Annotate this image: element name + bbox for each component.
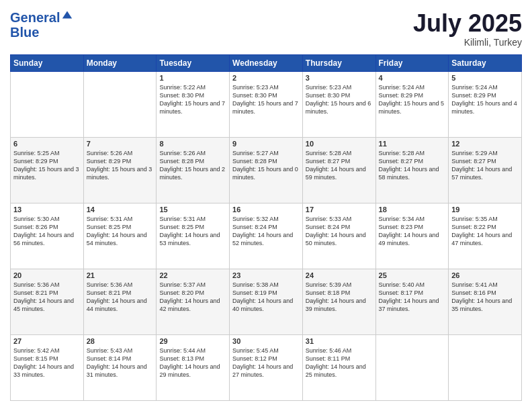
cell-content: Sunrise: 5:34 AM Sunset: 8:23 PM Dayligh…: [379, 215, 446, 248]
table-row: 6Sunrise: 5:25 AM Sunset: 8:29 PM Daylig…: [11, 137, 84, 203]
day-number: 10: [306, 140, 373, 148]
table-row: 2Sunrise: 5:23 AM Sunset: 8:30 PM Daylig…: [230, 71, 303, 137]
cell-content: Sunrise: 5:27 AM Sunset: 8:28 PM Dayligh…: [232, 149, 300, 182]
table-row: 29Sunrise: 5:44 AM Sunset: 8:13 PM Dayli…: [157, 334, 230, 400]
logo: General Blue: [10, 10, 73, 40]
cell-content: Sunrise: 5:46 AM Sunset: 8:11 PM Dayligh…: [306, 347, 373, 379]
title-section: July 2025 Kilimli, Turkey: [413, 10, 522, 48]
table-row: 24Sunrise: 5:39 AM Sunset: 8:18 PM Dayli…: [302, 269, 375, 334]
day-number: 31: [306, 337, 373, 345]
logo-icon: [61, 9, 73, 21]
cell-content: Sunrise: 5:42 AM Sunset: 8:15 PM Dayligh…: [13, 347, 81, 379]
cell-content: Sunrise: 5:41 AM Sunset: 8:16 PM Dayligh…: [451, 281, 519, 314]
day-number: 16: [232, 205, 300, 214]
cell-content: Sunrise: 5:28 AM Sunset: 8:27 PM Dayligh…: [379, 149, 446, 182]
table-row: 21Sunrise: 5:36 AM Sunset: 8:21 PM Dayli…: [83, 269, 157, 334]
header-monday: Monday: [83, 54, 157, 71]
cell-content: Sunrise: 5:35 AM Sunset: 8:22 PM Dayligh…: [451, 215, 519, 248]
cell-content: Sunrise: 5:31 AM Sunset: 8:25 PM Dayligh…: [87, 215, 154, 248]
cell-content: Sunrise: 5:36 AM Sunset: 8:21 PM Dayligh…: [13, 281, 81, 314]
cell-content: Sunrise: 5:37 AM Sunset: 8:20 PM Dayligh…: [159, 281, 226, 314]
month-title: July 2025: [413, 10, 522, 37]
cell-content: Sunrise: 5:45 AM Sunset: 8:12 PM Dayligh…: [232, 347, 300, 379]
header: General Blue July 2025 Kilimli, Turkey: [10, 10, 522, 48]
table-row: 14Sunrise: 5:31 AM Sunset: 8:25 PM Dayli…: [83, 203, 157, 269]
table-row: 17Sunrise: 5:33 AM Sunset: 8:24 PM Dayli…: [302, 203, 375, 269]
location: Kilimli, Turkey: [413, 37, 522, 48]
day-number: 22: [159, 271, 226, 279]
table-row: 8Sunrise: 5:26 AM Sunset: 8:28 PM Daylig…: [157, 137, 230, 203]
table-row: 4Sunrise: 5:24 AM Sunset: 8:29 PM Daylig…: [375, 71, 449, 137]
day-number: 17: [306, 205, 373, 214]
logo-text-line2: Blue: [10, 25, 73, 40]
cell-content: Sunrise: 5:22 AM Sunset: 8:30 PM Dayligh…: [159, 83, 226, 116]
cell-content: Sunrise: 5:43 AM Sunset: 8:14 PM Dayligh…: [87, 347, 154, 379]
table-row: 28Sunrise: 5:43 AM Sunset: 8:14 PM Dayli…: [83, 334, 157, 400]
day-number: 27: [13, 337, 81, 345]
day-number: 18: [379, 205, 446, 214]
table-row: 7Sunrise: 5:26 AM Sunset: 8:29 PM Daylig…: [83, 137, 157, 203]
day-number: 21: [87, 271, 154, 279]
table-row: 26Sunrise: 5:41 AM Sunset: 8:16 PM Dayli…: [449, 269, 522, 334]
header-tuesday: Tuesday: [157, 54, 230, 71]
page: General Blue July 2025 Kilimli, Turkey S…: [0, 0, 532, 411]
cell-content: Sunrise: 5:28 AM Sunset: 8:27 PM Dayligh…: [306, 149, 373, 182]
header-thursday: Thursday: [302, 54, 375, 71]
week-row-4: 27Sunrise: 5:42 AM Sunset: 8:15 PM Dayli…: [11, 334, 522, 400]
cell-content: Sunrise: 5:23 AM Sunset: 8:30 PM Dayligh…: [306, 83, 373, 116]
day-number: 11: [379, 140, 446, 148]
day-number: 20: [13, 271, 81, 279]
header-sunday: Sunday: [11, 54, 84, 71]
logo-text-line1: General: [10, 10, 60, 25]
cell-content: Sunrise: 5:36 AM Sunset: 8:21 PM Dayligh…: [87, 281, 154, 314]
day-number: 26: [451, 271, 519, 279]
table-row: [83, 71, 157, 137]
table-row: 15Sunrise: 5:31 AM Sunset: 8:25 PM Dayli…: [157, 203, 230, 269]
day-number: 4: [379, 74, 446, 82]
table-row: 23Sunrise: 5:38 AM Sunset: 8:19 PM Dayli…: [230, 269, 303, 334]
table-row: [375, 334, 449, 400]
calendar-header-row: Sunday Monday Tuesday Wednesday Thursday…: [11, 54, 522, 71]
table-row: 16Sunrise: 5:32 AM Sunset: 8:24 PM Dayli…: [230, 203, 303, 269]
table-row: 12Sunrise: 5:29 AM Sunset: 8:27 PM Dayli…: [449, 137, 522, 203]
cell-content: Sunrise: 5:40 AM Sunset: 8:17 PM Dayligh…: [379, 281, 446, 314]
table-row: 11Sunrise: 5:28 AM Sunset: 8:27 PM Dayli…: [375, 137, 449, 203]
header-saturday: Saturday: [449, 54, 522, 71]
day-number: 8: [159, 140, 226, 148]
day-number: 2: [232, 74, 300, 82]
table-row: 22Sunrise: 5:37 AM Sunset: 8:20 PM Dayli…: [157, 269, 230, 334]
table-row: 31Sunrise: 5:46 AM Sunset: 8:11 PM Dayli…: [302, 334, 375, 400]
day-number: 6: [13, 140, 81, 148]
week-row-0: 1Sunrise: 5:22 AM Sunset: 8:30 PM Daylig…: [11, 71, 522, 137]
cell-content: Sunrise: 5:25 AM Sunset: 8:29 PM Dayligh…: [13, 149, 81, 182]
cell-content: Sunrise: 5:26 AM Sunset: 8:28 PM Dayligh…: [159, 149, 226, 182]
day-number: 29: [159, 337, 226, 345]
table-row: [11, 71, 84, 137]
cell-content: Sunrise: 5:33 AM Sunset: 8:24 PM Dayligh…: [306, 215, 373, 248]
day-number: 13: [13, 205, 81, 214]
calendar: Sunday Monday Tuesday Wednesday Thursday…: [10, 54, 522, 401]
day-number: 5: [451, 74, 519, 82]
table-row: [449, 334, 522, 400]
cell-content: Sunrise: 5:38 AM Sunset: 8:19 PM Dayligh…: [232, 281, 300, 314]
cell-content: Sunrise: 5:39 AM Sunset: 8:18 PM Dayligh…: [306, 281, 373, 314]
day-number: 23: [232, 271, 300, 279]
day-number: 1: [159, 74, 226, 82]
cell-content: Sunrise: 5:44 AM Sunset: 8:13 PM Dayligh…: [159, 347, 226, 379]
cell-content: Sunrise: 5:30 AM Sunset: 8:26 PM Dayligh…: [13, 215, 81, 248]
cell-content: Sunrise: 5:24 AM Sunset: 8:29 PM Dayligh…: [451, 83, 519, 116]
table-row: 13Sunrise: 5:30 AM Sunset: 8:26 PM Dayli…: [11, 203, 84, 269]
day-number: 30: [232, 337, 300, 345]
table-row: 30Sunrise: 5:45 AM Sunset: 8:12 PM Dayli…: [230, 334, 303, 400]
table-row: 19Sunrise: 5:35 AM Sunset: 8:22 PM Dayli…: [449, 203, 522, 269]
day-number: 24: [306, 271, 373, 279]
cell-content: Sunrise: 5:23 AM Sunset: 8:30 PM Dayligh…: [232, 83, 300, 116]
header-wednesday: Wednesday: [230, 54, 303, 71]
table-row: 18Sunrise: 5:34 AM Sunset: 8:23 PM Dayli…: [375, 203, 449, 269]
day-number: 25: [379, 271, 446, 279]
week-row-2: 13Sunrise: 5:30 AM Sunset: 8:26 PM Dayli…: [11, 203, 522, 269]
cell-content: Sunrise: 5:31 AM Sunset: 8:25 PM Dayligh…: [159, 215, 226, 248]
cell-content: Sunrise: 5:32 AM Sunset: 8:24 PM Dayligh…: [232, 215, 300, 248]
day-number: 19: [451, 205, 519, 214]
table-row: 5Sunrise: 5:24 AM Sunset: 8:29 PM Daylig…: [449, 71, 522, 137]
